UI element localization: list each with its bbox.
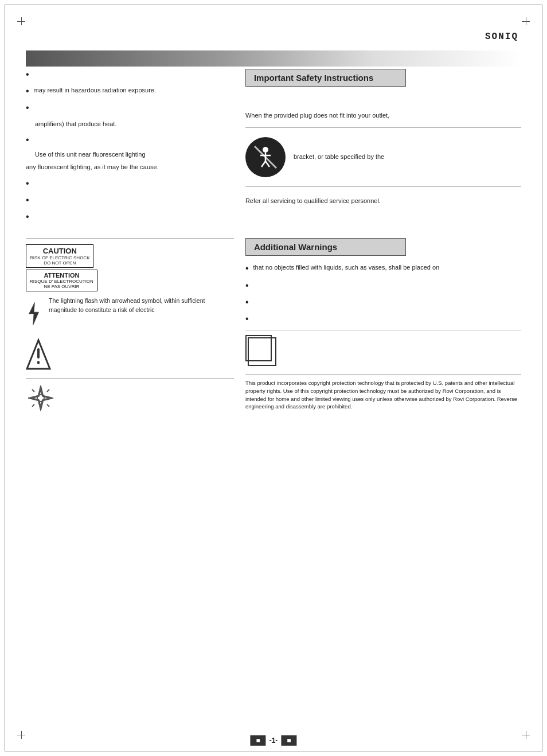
no-stand-row: bracket, or table specified by the — [245, 133, 521, 182]
bullet-4: • — [26, 134, 234, 145]
bullet-1: • — [26, 69, 234, 80]
svg-line-18 — [47, 404, 49, 407]
svg-line-4 — [265, 161, 269, 167]
svg-line-3 — [261, 161, 265, 167]
bullet-6: • — [26, 194, 234, 205]
bullet-marker: • — [26, 178, 29, 189]
warn-bullet-4: • — [245, 313, 521, 324]
caution-boxes: CAUTION RISK OF ELECTRIC SHOCKDO NOT OPE… — [26, 244, 234, 293]
page-border-top — [5, 5, 542, 5]
page-num-box-left: ■ — [250, 735, 265, 746]
bullet-marker: • — [245, 313, 249, 324]
caution-box: CAUTION RISK OF ELECTRIC SHOCKDO NOT OPE… — [26, 244, 93, 268]
divider-2 — [245, 186, 521, 187]
bullet-3: • — [26, 102, 234, 113]
bullet-marker: • — [26, 69, 29, 80]
page-num-box-right: ■ — [281, 735, 296, 746]
exclamation-icon — [26, 338, 51, 371]
divider-1 — [245, 127, 521, 128]
svg-rect-9 — [37, 361, 40, 364]
header-bar — [26, 50, 521, 67]
safety-section-heading: Important Safety Instructions — [245, 69, 406, 87]
starburst-icon — [26, 383, 56, 413]
svg-marker-11 — [33, 390, 49, 406]
attention-sub: RISQUE D' ELECTROCUTIONNE PAS OUVRIR — [30, 279, 93, 289]
copyright-text: This product incorporates copyright prot… — [245, 374, 521, 411]
svg-line-20 — [32, 404, 34, 407]
svg-point-0 — [263, 147, 268, 153]
page-number-area: ■ -1- ■ — [250, 735, 296, 746]
fluorescent-line: Use of this unit near fluorescent lighti… — [26, 151, 234, 158]
warn-bullet-1: • that no objects filled with liquids, s… — [245, 263, 521, 274]
caution-sub: RISK OF ELECTRIC SHOCKDO NOT OPEN — [30, 255, 89, 266]
lightning-row: The lightning flash with arrowhead symbo… — [26, 297, 234, 331]
service-text: Refer all servicing to qualified service… — [245, 196, 521, 206]
divider-right — [245, 330, 521, 330]
main-content: • • may result in hazardous radiation ex… — [26, 69, 521, 727]
bullet-marker: • — [26, 194, 29, 205]
warn-text-1: that no objects filled with liquids, suc… — [253, 263, 439, 272]
warnings-section: CAUTION RISK OF ELECTRIC SHOCKDO NOT OPE… — [26, 238, 521, 414]
safety-right-col: Important Safety Instructions When the p… — [245, 69, 521, 228]
bullet-marker: • — [26, 85, 29, 96]
brand-logo: SONIQ — [485, 32, 518, 42]
lightning-text: The lightning flash with arrowhead symbo… — [49, 297, 234, 315]
corner-crosshair-tl — [17, 17, 25, 25]
attention-box: ATTENTION RISQUE D' ELECTROCUTIONNE PAS … — [26, 270, 97, 291]
no-stand-icon — [245, 137, 286, 177]
bullet-7: • — [26, 211, 234, 222]
divider-left — [26, 378, 234, 379]
page-number: -1- — [269, 736, 278, 745]
sub-text-amplifiers: amplifiers) that produce heat. — [26, 119, 234, 129]
bullet-5: • — [26, 178, 234, 189]
lightning-icon — [26, 297, 42, 331]
bullet-marker: • — [245, 297, 249, 307]
svg-line-17 — [32, 389, 34, 392]
bullet-marker: • — [245, 280, 249, 291]
corner-crosshair-bl — [17, 731, 25, 739]
bullet-marker: • — [26, 134, 29, 145]
corner-crosshair-br — [522, 731, 530, 739]
warn-bullet-2: • — [245, 280, 521, 291]
bracket-text: bracket, or table specified by the — [294, 152, 384, 162]
bullet-marker: • — [245, 263, 249, 274]
bullet-marker: • — [26, 102, 29, 113]
svg-rect-8 — [37, 348, 40, 358]
svg-line-19 — [47, 389, 49, 392]
svg-marker-6 — [29, 303, 39, 325]
bullet-2: • may result in hazardous radiation expo… — [26, 85, 234, 96]
class2-icon — [248, 337, 276, 366]
right-para-outlet: When the provided plug does not fit into… — [245, 111, 521, 120]
caution-label: CAUTION — [30, 247, 89, 255]
bullet-text-2: may result in hazardous radiation exposu… — [34, 85, 156, 95]
caution-left-col: CAUTION RISK OF ELECTRIC SHOCKDO NOT OPE… — [26, 238, 234, 414]
exclamation-row — [26, 338, 234, 371]
class2-icon-row — [245, 335, 521, 369]
starburst-row — [26, 383, 234, 414]
fluorescent-sub: any fluorescent lighting, as it may be t… — [26, 162, 234, 172]
bullet-marker: • — [26, 211, 29, 222]
safety-instructions-section: • • may result in hazardous radiation ex… — [26, 69, 521, 228]
svg-point-12 — [37, 395, 44, 402]
page-border-right — [542, 5, 542, 751]
additional-warnings-col: Additional Warnings • that no objects fi… — [245, 238, 521, 414]
corner-crosshair-tr — [522, 17, 530, 25]
safety-left-col: • • may result in hazardous radiation ex… — [26, 69, 234, 228]
attention-label: ATTENTION — [30, 272, 93, 279]
page-border-left — [5, 5, 5, 751]
warn-bullet-3: • — [245, 297, 521, 307]
page-border-bottom — [5, 751, 542, 751]
no-stand-svg — [251, 143, 280, 172]
additional-warnings-heading: Additional Warnings — [245, 238, 406, 256]
